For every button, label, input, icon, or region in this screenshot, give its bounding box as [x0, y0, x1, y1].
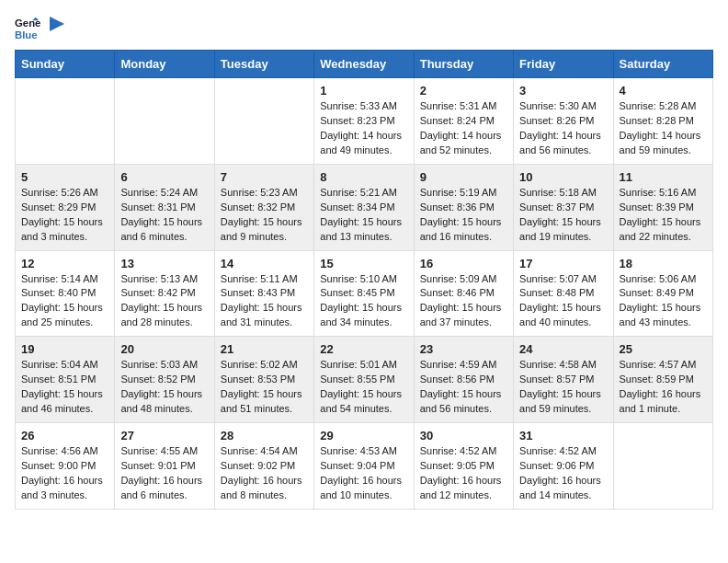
- day-info: Sunrise: 5:19 AMSunset: 8:36 PMDaylight:…: [420, 186, 507, 245]
- calendar-day-cell: [16, 78, 115, 165]
- day-info: Sunrise: 5:09 AMSunset: 8:46 PMDaylight:…: [420, 272, 507, 331]
- day-info: Sunrise: 4:58 AMSunset: 8:57 PMDaylight:…: [519, 358, 607, 417]
- day-info: Sunrise: 4:55 AMSunset: 9:01 PMDaylight:…: [120, 444, 208, 503]
- day-of-week-header: Monday: [115, 51, 214, 78]
- day-number: 1: [320, 84, 407, 98]
- calendar-day-cell: 27Sunrise: 4:55 AMSunset: 9:01 PMDayligh…: [115, 423, 214, 510]
- day-of-week-header: Saturday: [613, 51, 712, 78]
- calendar-day-cell: 12Sunrise: 5:14 AMSunset: 8:40 PMDayligh…: [16, 250, 115, 337]
- day-number: 14: [221, 257, 308, 270]
- day-of-week-header: Sunday: [16, 51, 115, 78]
- calendar-day-cell: 24Sunrise: 4:58 AMSunset: 8:57 PMDayligh…: [514, 337, 613, 423]
- calendar-week-row: 19Sunrise: 5:04 AMSunset: 8:51 PMDayligh…: [16, 337, 713, 423]
- day-info: Sunrise: 5:10 AMSunset: 8:45 PMDaylight:…: [320, 272, 407, 331]
- day-info: Sunrise: 4:53 AMSunset: 9:04 PMDaylight:…: [320, 444, 407, 503]
- day-number: 12: [21, 257, 108, 270]
- svg-marker-3: [50, 17, 64, 31]
- day-number: 2: [420, 84, 507, 98]
- day-number: 22: [320, 342, 407, 356]
- day-number: 8: [320, 170, 407, 184]
- calendar-day-cell: 14Sunrise: 5:11 AMSunset: 8:43 PMDayligh…: [214, 250, 313, 337]
- calendar-week-row: 12Sunrise: 5:14 AMSunset: 8:40 PMDayligh…: [16, 250, 713, 337]
- day-info: Sunrise: 5:24 AMSunset: 8:31 PMDaylight:…: [120, 186, 208, 245]
- calendar-day-cell: 5Sunrise: 5:26 AMSunset: 8:29 PMDaylight…: [16, 164, 115, 250]
- calendar-day-cell: 15Sunrise: 5:10 AMSunset: 8:45 PMDayligh…: [314, 250, 414, 337]
- day-info: Sunrise: 5:31 AMSunset: 8:24 PMDaylight:…: [420, 99, 507, 158]
- day-number: 26: [21, 429, 108, 442]
- day-info: Sunrise: 5:01 AMSunset: 8:55 PMDaylight:…: [320, 358, 407, 417]
- day-number: 13: [120, 257, 208, 270]
- day-number: 18: [620, 257, 707, 270]
- calendar-day-cell: 10Sunrise: 5:18 AMSunset: 8:37 PMDayligh…: [514, 164, 613, 250]
- calendar-header-row: SundayMondayTuesdayWednesdayThursdayFrid…: [16, 51, 713, 78]
- calendar-day-cell: [115, 78, 214, 165]
- day-number: 16: [420, 257, 507, 270]
- day-number: 29: [320, 429, 407, 442]
- calendar-day-cell: 13Sunrise: 5:13 AMSunset: 8:42 PMDayligh…: [115, 250, 214, 337]
- calendar-day-cell: [214, 78, 313, 165]
- calendar-day-cell: 19Sunrise: 5:04 AMSunset: 8:51 PMDayligh…: [16, 337, 115, 423]
- calendar-day-cell: 1Sunrise: 5:33 AMSunset: 8:23 PMDaylight…: [314, 78, 414, 165]
- day-number: 9: [420, 170, 507, 184]
- calendar-day-cell: 31Sunrise: 4:52 AMSunset: 9:06 PMDayligh…: [514, 423, 613, 510]
- day-number: 27: [120, 429, 208, 442]
- day-info: Sunrise: 4:56 AMSunset: 9:00 PMDaylight:…: [21, 444, 108, 503]
- logo-icon: General Blue: [15, 16, 40, 41]
- day-info: Sunrise: 5:02 AMSunset: 8:53 PMDaylight:…: [221, 358, 308, 417]
- calendar-day-cell: 26Sunrise: 4:56 AMSunset: 9:00 PMDayligh…: [16, 423, 115, 510]
- day-number: 30: [420, 429, 507, 442]
- logo: General Blue: [15, 15, 66, 42]
- calendar-day-cell: 7Sunrise: 5:23 AMSunset: 8:32 PMDaylight…: [214, 164, 313, 250]
- day-info: Sunrise: 4:52 AMSunset: 9:05 PMDaylight:…: [420, 444, 507, 503]
- day-number: 20: [120, 342, 208, 356]
- day-info: Sunrise: 4:54 AMSunset: 9:02 PMDaylight:…: [221, 444, 308, 503]
- day-info: Sunrise: 5:23 AMSunset: 8:32 PMDaylight:…: [221, 186, 308, 245]
- day-info: Sunrise: 5:11 AMSunset: 8:43 PMDaylight:…: [221, 272, 308, 331]
- calendar-week-row: 1Sunrise: 5:33 AMSunset: 8:23 PMDaylight…: [16, 78, 713, 165]
- calendar-day-cell: 8Sunrise: 5:21 AMSunset: 8:34 PMDaylight…: [314, 164, 414, 250]
- calendar-day-cell: 18Sunrise: 5:06 AMSunset: 8:49 PMDayligh…: [613, 250, 712, 337]
- day-number: 7: [221, 170, 308, 184]
- day-info: Sunrise: 5:33 AMSunset: 8:23 PMDaylight:…: [320, 99, 407, 158]
- day-number: 11: [620, 170, 707, 184]
- calendar-day-cell: 17Sunrise: 5:07 AMSunset: 8:48 PMDayligh…: [514, 250, 613, 337]
- calendar-day-cell: 21Sunrise: 5:02 AMSunset: 8:53 PMDayligh…: [214, 337, 313, 423]
- day-of-week-header: Friday: [514, 51, 613, 78]
- calendar-day-cell: 2Sunrise: 5:31 AMSunset: 8:24 PMDaylight…: [414, 78, 513, 165]
- day-number: 4: [620, 84, 707, 98]
- day-number: 5: [21, 170, 108, 184]
- day-info: Sunrise: 4:57 AMSunset: 8:59 PMDaylight:…: [620, 358, 707, 417]
- svg-text:Blue: Blue: [15, 29, 38, 40]
- calendar-day-cell: 22Sunrise: 5:01 AMSunset: 8:55 PMDayligh…: [314, 337, 414, 423]
- calendar-day-cell: 16Sunrise: 5:09 AMSunset: 8:46 PMDayligh…: [414, 250, 513, 337]
- day-of-week-header: Tuesday: [214, 51, 313, 78]
- day-info: Sunrise: 5:28 AMSunset: 8:28 PMDaylight:…: [620, 99, 707, 158]
- calendar-day-cell: 3Sunrise: 5:30 AMSunset: 8:26 PMDaylight…: [514, 78, 613, 165]
- page-header: General Blue: [15, 15, 713, 42]
- calendar-day-cell: 29Sunrise: 4:53 AMSunset: 9:04 PMDayligh…: [314, 423, 414, 510]
- day-number: 6: [120, 170, 208, 184]
- calendar-week-row: 26Sunrise: 4:56 AMSunset: 9:00 PMDayligh…: [16, 423, 713, 510]
- day-number: 21: [221, 342, 308, 356]
- calendar-day-cell: [613, 423, 712, 510]
- day-info: Sunrise: 5:06 AMSunset: 8:49 PMDaylight:…: [620, 272, 707, 331]
- calendar-day-cell: 30Sunrise: 4:52 AMSunset: 9:05 PMDayligh…: [414, 423, 513, 510]
- day-number: 24: [519, 342, 607, 356]
- day-info: Sunrise: 5:07 AMSunset: 8:48 PMDaylight:…: [519, 272, 607, 331]
- day-info: Sunrise: 4:59 AMSunset: 8:56 PMDaylight:…: [420, 358, 507, 417]
- calendar-day-cell: 6Sunrise: 5:24 AMSunset: 8:31 PMDaylight…: [115, 164, 214, 250]
- calendar-day-cell: 23Sunrise: 4:59 AMSunset: 8:56 PMDayligh…: [414, 337, 513, 423]
- day-number: 17: [519, 257, 607, 270]
- day-info: Sunrise: 5:18 AMSunset: 8:37 PMDaylight:…: [519, 186, 607, 245]
- day-info: Sunrise: 5:03 AMSunset: 8:52 PMDaylight:…: [120, 358, 208, 417]
- day-info: Sunrise: 5:13 AMSunset: 8:42 PMDaylight:…: [120, 272, 208, 331]
- day-number: 19: [21, 342, 108, 356]
- day-number: 31: [519, 429, 607, 442]
- calendar-day-cell: 9Sunrise: 5:19 AMSunset: 8:36 PMDaylight…: [414, 164, 513, 250]
- day-number: 15: [320, 257, 407, 270]
- day-info: Sunrise: 5:26 AMSunset: 8:29 PMDaylight:…: [21, 186, 108, 245]
- day-of-week-header: Wednesday: [314, 51, 414, 78]
- day-of-week-header: Thursday: [414, 51, 513, 78]
- day-number: 3: [519, 84, 607, 98]
- day-info: Sunrise: 5:16 AMSunset: 8:39 PMDaylight:…: [620, 186, 707, 245]
